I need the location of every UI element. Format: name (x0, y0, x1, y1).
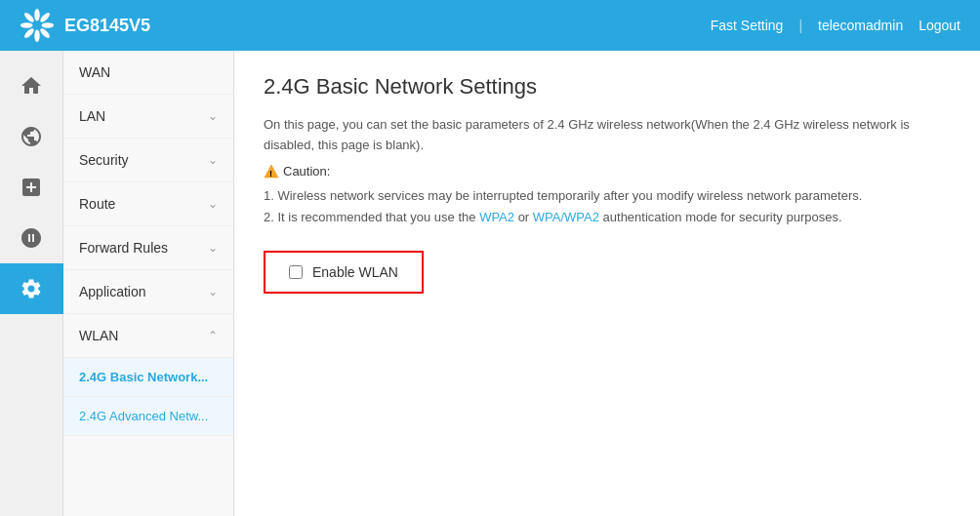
sidebar-item-security[interactable]: Security ⌄ (63, 139, 233, 182)
enable-wlan-box: Enable WLAN (264, 251, 424, 294)
sidebar-icon-home[interactable] (0, 60, 63, 111)
sidebar-item-wan-label: WAN (79, 64, 110, 80)
svg-point-4 (23, 12, 36, 24)
text-sidebar: WAN LAN ⌄ Security ⌄ Route ⌄ Forward Rul… (63, 51, 234, 516)
sidebar-item-route[interactable]: Route ⌄ (63, 182, 233, 226)
page-description: On this page, you can set the basic para… (264, 115, 951, 156)
sidebar-icon-wave[interactable] (0, 213, 63, 263)
sidebar-icon-add[interactable] (0, 162, 63, 213)
nav-divider: | (798, 18, 802, 33)
logo-text: EG8145V5 (64, 16, 150, 36)
svg-point-3 (42, 22, 55, 27)
sidebar-subitem-24g-basic-label: 2.4G Basic Network... (79, 370, 208, 384)
chevron-down-icon: ⌄ (208, 241, 218, 255)
caution-block: ! Caution: 1. Wireless network services … (264, 162, 951, 229)
page-title: 2.4G Basic Network Settings (264, 74, 951, 99)
main-layout: WAN LAN ⌄ Security ⌄ Route ⌄ Forward Rul… (0, 51, 980, 516)
sidebar-subitem-24g-advanced-label: 2.4G Advanced Netw... (79, 409, 208, 423)
chevron-down-icon: ⌄ (208, 197, 218, 211)
sidebar-subitem-24g-basic[interactable]: 2.4G Basic Network... (63, 358, 233, 397)
chevron-down-icon: ⌄ (208, 153, 218, 167)
icon-sidebar (0, 51, 63, 516)
sidebar-item-forward-rules-label: Forward Rules (79, 240, 168, 256)
logout-link[interactable]: Logout (919, 18, 960, 33)
enable-wlan-checkbox[interactable] (289, 265, 303, 279)
sidebar-item-lan[interactable]: LAN ⌄ (63, 95, 233, 139)
svg-point-6 (39, 12, 52, 24)
svg-point-5 (39, 27, 52, 40)
caution-item-2: 2. It is recommended that you use the WP… (264, 207, 951, 228)
chevron-down-icon: ⌄ (208, 285, 218, 298)
caution-title: ! Caution: (264, 162, 951, 182)
sidebar-item-lan-label: LAN (79, 108, 105, 124)
sidebar-item-route-label: Route (79, 196, 115, 212)
sidebar-item-forward-rules[interactable]: Forward Rules ⌄ (63, 226, 233, 270)
warning-icon: ! (264, 164, 279, 179)
svg-point-2 (20, 22, 33, 27)
svg-point-1 (34, 30, 39, 43)
chevron-up-icon: ⌃ (208, 329, 218, 342)
svg-point-0 (34, 9, 39, 21)
svg-point-7 (23, 27, 36, 40)
wpa2-link: WPA2 (479, 210, 514, 224)
sidebar-subitem-24g-advanced[interactable]: 2.4G Advanced Netw... (63, 397, 233, 436)
caution-label: Caution: (283, 162, 330, 182)
sidebar-item-wlan[interactable]: WLAN ⌃ (63, 314, 233, 358)
caution-list: 1. Wireless network services may be inte… (264, 185, 951, 228)
enable-wlan-label[interactable]: Enable WLAN (312, 264, 398, 280)
sidebar-icon-network[interactable] (0, 111, 63, 162)
chevron-down-icon: ⌄ (208, 109, 218, 123)
sidebar-item-application[interactable]: Application ⌄ (63, 270, 233, 314)
fast-setting-link[interactable]: Fast Setting (711, 18, 784, 33)
logo-icon (20, 8, 55, 43)
sidebar-item-application-label: Application (79, 284, 146, 299)
header: EG8145V5 Fast Setting | telecomadmin Log… (0, 0, 980, 51)
content-area: 2.4G Basic Network Settings On this page… (234, 51, 980, 516)
sidebar-icon-settings[interactable] (0, 263, 63, 314)
sidebar-item-security-label: Security (79, 152, 129, 168)
sidebar-item-wan[interactable]: WAN (63, 51, 233, 95)
user-link[interactable]: telecomadmin (818, 18, 903, 33)
header-nav: Fast Setting | telecomadmin Logout (711, 18, 960, 33)
sidebar-item-wlan-label: WLAN (79, 328, 118, 343)
caution-item-1: 1. Wireless network services may be inte… (264, 185, 951, 207)
wpawpa2-link: WPA/WPA2 (533, 210, 599, 224)
svg-text:!: ! (269, 168, 272, 178)
logo: EG8145V5 (20, 8, 150, 43)
